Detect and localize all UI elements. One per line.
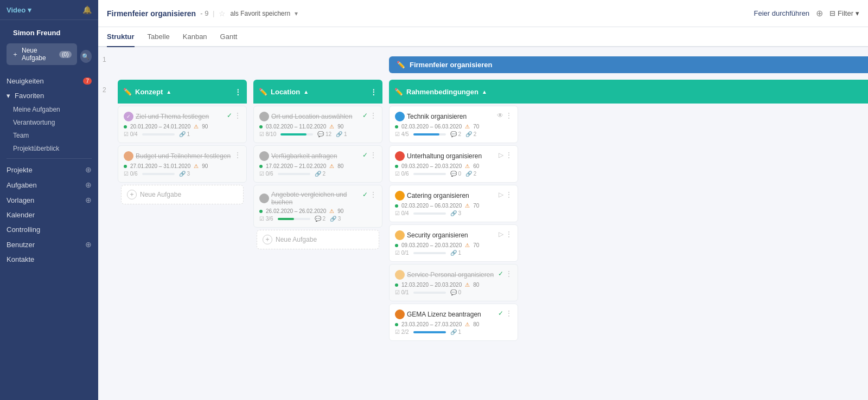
- tab-gantt[interactable]: Gantt: [220, 27, 238, 47]
- sidebar-item-kontakte[interactable]: Kontakte: [0, 252, 98, 267]
- fav-save-button[interactable]: als Favorit speichern: [230, 10, 290, 17]
- sidebar-item-controlling[interactable]: Controlling: [0, 222, 98, 237]
- more-icon[interactable]: ⋮: [370, 112, 376, 119]
- new-task-button[interactable]: ＋ Neue Aufgabe (0): [7, 43, 77, 65]
- task-title: Ort und Location auswählen: [271, 113, 362, 120]
- tab-struktur[interactable]: Struktur: [107, 27, 135, 47]
- task-avatar: [395, 112, 405, 121]
- more-icon[interactable]: ⋮: [506, 309, 512, 317]
- add-view-icon[interactable]: ⊕: [816, 8, 823, 18]
- sidebar-item-benutzer[interactable]: Benutzer ⊕: [0, 237, 98, 252]
- eye-icon[interactable]: 👁: [497, 112, 503, 119]
- warn-num: 70: [473, 124, 479, 130]
- task-header: Verfügbarkeit anfragen ✓ ⋮: [259, 151, 376, 161]
- date-range: 02.03.2020 – 06.03.2020: [401, 124, 462, 130]
- check-icon[interactable]: ✓: [498, 270, 503, 278]
- task-card[interactable]: Ort und Location auswählen ✓ ⋮ 03.02.202…: [253, 106, 382, 143]
- more-icon[interactable]: ⋮: [234, 151, 241, 159]
- favoriten-label: Favoriten: [15, 92, 44, 100]
- date-range: 20.01.2020 – 24.01.2020: [130, 124, 190, 130]
- new-task-section: ＋ Neue Aufgabe (0) 🔍: [0, 43, 98, 74]
- sidebar-item-team[interactable]: Team: [0, 129, 98, 142]
- benutzer-add-icon[interactable]: ⊕: [85, 240, 92, 249]
- check-icon[interactable]: ✓: [498, 309, 503, 317]
- check-icon[interactable]: ✓: [362, 191, 368, 198]
- vorlagen-add-icon[interactable]: ⊕: [85, 196, 92, 204]
- check-icon[interactable]: ✓: [227, 112, 232, 119]
- rahmenbedingungen-header: ✏️ Rahmenbedingungen ▲ ⋮: [389, 80, 868, 104]
- sidebar-item-vorlagen[interactable]: Vorlagen ⊕: [0, 192, 98, 208]
- task-title-area: Service Personal organisieren: [395, 270, 498, 280]
- sidebar-item-aufgaben[interactable]: Aufgaben ⊕: [0, 177, 98, 192]
- comment-icon: 💬 0: [450, 171, 461, 177]
- task-meta: 09.03.2020 – 20.03.2020 ⚠ 70: [395, 242, 512, 248]
- nav-divider: [7, 158, 92, 159]
- sidebar-item-verantwortung[interactable]: Verantwortung: [0, 116, 98, 129]
- play-icon[interactable]: ▷: [499, 151, 503, 159]
- sidebar-item-meine-aufgaben[interactable]: Meine Aufgaben: [0, 103, 98, 116]
- more-icon[interactable]: ⋮: [506, 191, 512, 198]
- pencil-icon: ✏️: [259, 88, 267, 96]
- task-card[interactable]: Catering organisieren ▷ ⋮ 02.03.2020 – 0…: [389, 185, 518, 222]
- sidebar-nav: Neuigkeiten 7 ▾ Favoriten Meine Aufgaben…: [0, 74, 98, 267]
- more-icon[interactable]: ⋮: [506, 270, 512, 278]
- nav-tabs: Struktur Tabelle Kanban Gantt: [98, 27, 868, 47]
- search-button[interactable]: 🔍: [80, 50, 92, 63]
- task-meta: 26.02.2020 – 26.02.2020 ⚠ 90: [259, 208, 376, 214]
- subtask-icon: ☑ 4/5: [395, 131, 409, 137]
- more-icon[interactable]: ⋮: [506, 230, 512, 238]
- more-icon[interactable]: ⋮: [370, 191, 376, 198]
- task-card[interactable]: ✓ Ziel und Thema festlegen ✓ ⋮ 2: [118, 106, 247, 143]
- task-header: ✓ Ziel und Thema festlegen ✓ ⋮: [124, 112, 241, 121]
- more-icon[interactable]: ⋮: [506, 151, 512, 159]
- tab-kanban[interactable]: Kanban: [183, 27, 207, 47]
- aufgaben-add-icon[interactable]: ⊕: [85, 180, 92, 189]
- more-icon[interactable]: ⋮: [370, 88, 377, 96]
- more-icon[interactable]: ⋮: [234, 112, 241, 119]
- filter-button[interactable]: ⊟ Filter ▾: [829, 9, 859, 17]
- task-meta: 20.01.2020 – 24.01.2020 ⚠ 90: [124, 124, 241, 130]
- comment-icon: 💬 0: [450, 289, 461, 295]
- task-card[interactable]: Service Personal organisieren ✓ ⋮ 12.03.…: [389, 264, 518, 301]
- check-icon[interactable]: ✓: [362, 151, 368, 159]
- task-header: GEMA Lizenz beantragen ✓ ⋮: [395, 309, 512, 319]
- new-task-button-location[interactable]: + Neue Aufgabe: [257, 230, 379, 249]
- sidebar-logo[interactable]: Video ▾: [7, 6, 31, 14]
- task-card[interactable]: Verfügbarkeit anfragen ✓ ⋮ 17.02.2020 – …: [253, 145, 382, 183]
- progress-bar-bg: [413, 331, 446, 333]
- sidebar-item-favoriten[interactable]: ▾ Favoriten: [0, 88, 98, 103]
- task-icons: ☑ 4/5 💬 2 🔗 2: [395, 131, 512, 137]
- more-icon[interactable]: ⋮: [506, 112, 512, 119]
- more-icon[interactable]: ⋮: [234, 88, 241, 96]
- task-title-area: Technik organisieren: [395, 112, 497, 121]
- task-card[interactable]: Technik organisieren 👁 ⋮ 02.03.2020 – 06…: [389, 106, 518, 143]
- progress-bar: [278, 218, 294, 220]
- sidebar-item-projektuberblick[interactable]: Projektüberblick: [0, 142, 98, 155]
- task-card[interactable]: Unterhaltung organisieren ▷ ⋮ 09.03.2020…: [389, 145, 518, 183]
- notification-bell-icon[interactable]: 🔔: [82, 5, 92, 14]
- tab-tabelle[interactable]: Tabelle: [148, 27, 170, 47]
- progress-bar-bg: [413, 133, 446, 136]
- star-icon[interactable]: ☆: [219, 9, 226, 18]
- sidebar-item-kalender[interactable]: Kalender: [0, 208, 98, 222]
- more-icon[interactable]: ⋮: [370, 151, 376, 159]
- task-icons: ☑ 0/1 💬 0: [395, 289, 512, 295]
- projekte-add-icon[interactable]: ⊕: [85, 165, 92, 174]
- col-rahmenbedingungen: ✏️ Firmenfeier organisieren ▲ ▷ ⋮: [386, 47, 868, 343]
- play-icon[interactable]: ▷: [499, 230, 503, 238]
- warn-num: 70: [473, 242, 479, 248]
- task-card[interactable]: Security organisieren ▷ ⋮ 09.03.2020 – 2…: [389, 224, 518, 262]
- play-icon[interactable]: ▷: [499, 191, 503, 198]
- fav-dropdown-icon[interactable]: ▾: [295, 10, 298, 17]
- sidebar-item-projekte[interactable]: Projekte ⊕: [0, 162, 98, 177]
- task-card[interactable]: Angebote vergleichen und buchen ✓ ⋮ 26.0…: [253, 185, 382, 228]
- warn-icon: ⚠: [465, 321, 470, 327]
- task-card[interactable]: GEMA Lizenz beantragen ✓ ⋮ 23.03.2020 – …: [389, 304, 518, 341]
- row-num-1: 1: [98, 47, 114, 80]
- task-card[interactable]: Budget und Teilnehmer festlegen ⋮ 27.01.…: [118, 145, 247, 183]
- check-icon[interactable]: ✓: [362, 112, 368, 119]
- task-avatar: [124, 151, 133, 161]
- task-title: Security organisieren: [407, 231, 499, 239]
- new-task-button-konzept[interactable]: + Neue Aufgabe: [121, 185, 244, 204]
- sidebar-item-neuigkeiten[interactable]: Neuigkeiten 7: [0, 74, 98, 88]
